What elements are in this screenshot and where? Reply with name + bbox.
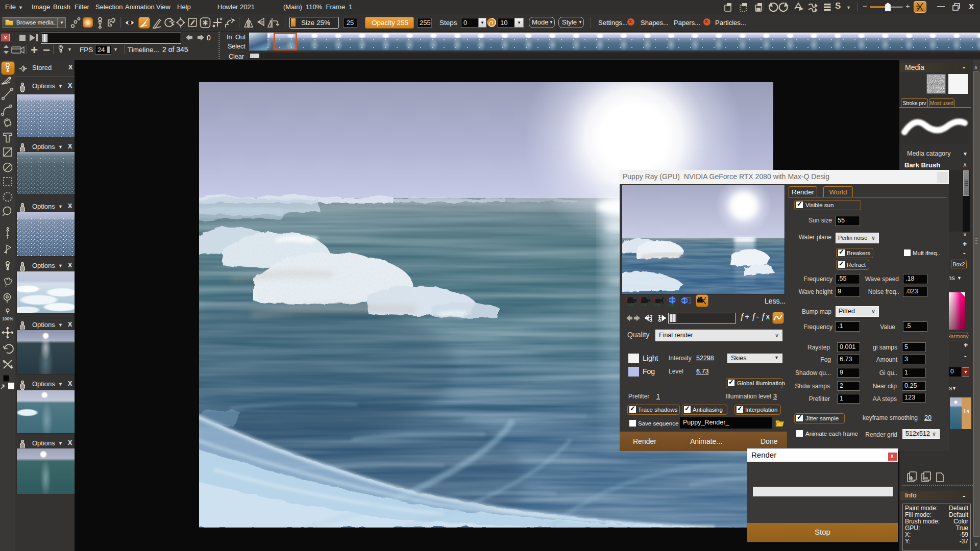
- svg-text:100%: 100%: [2, 316, 13, 321]
